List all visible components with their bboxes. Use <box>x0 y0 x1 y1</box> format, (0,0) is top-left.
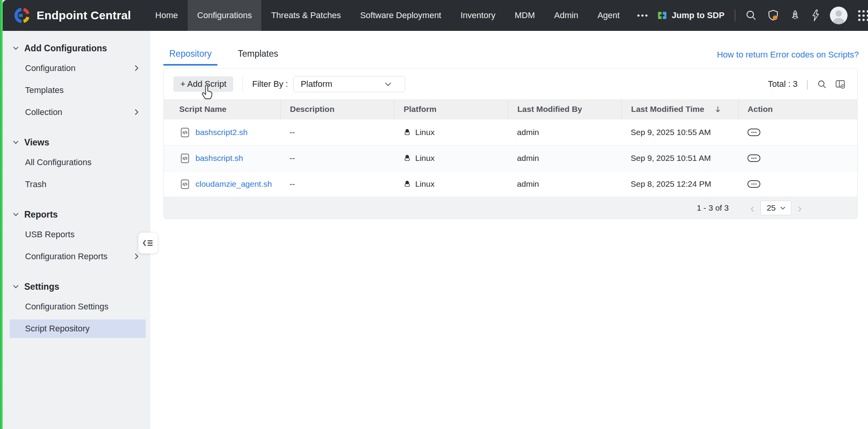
brand-logo[interactable]: Endpoint Central <box>3 7 146 24</box>
toolbar-right-divider: | <box>806 78 809 90</box>
table-row: bashscript.sh -- Linux admin Sep 9, 2025… <box>164 145 857 171</box>
nav-software-deployment[interactable]: Software Deployment <box>350 0 451 31</box>
nav-admin[interactable]: Admin <box>545 0 588 31</box>
page-size-select[interactable]: 25 <box>760 201 791 215</box>
row-actions-button[interactable] <box>747 154 760 162</box>
nav-home[interactable]: Home <box>146 0 188 31</box>
table-row: bashscript2.sh -- Linux admin Sep 9, 202… <box>164 119 857 145</box>
jump-to-sdp-icon <box>657 10 668 21</box>
endpoint-central-logo-icon <box>13 7 30 24</box>
repository-card: + Add Script Filter By : Platform Total … <box>163 68 858 219</box>
row-actions-button[interactable] <box>747 180 760 188</box>
main-content: Repository Templates How to return Error… <box>150 31 868 429</box>
shield-notification-icon[interactable] <box>767 9 780 22</box>
script-file-icon <box>179 179 190 190</box>
platform-filter-dropdown[interactable]: Platform <box>293 76 405 92</box>
chevron-right-icon <box>135 65 139 71</box>
nav-threats-patches[interactable]: Threats & Patches <box>261 0 350 31</box>
sidebar: Add Configurations Configuration Templat… <box>3 31 150 429</box>
chevron-down-icon <box>13 285 19 289</box>
jump-to-sdp-button[interactable]: Jump to SDP <box>657 10 725 21</box>
sidebar-item-configuration[interactable]: Configuration <box>3 57 150 79</box>
page-size-value: 25 <box>767 203 775 213</box>
main-nav: Home Configurations Threats & Patches So… <box>146 0 657 31</box>
description-cell: -- <box>280 171 394 197</box>
chevron-right-icon <box>135 253 139 260</box>
chevron-down-icon <box>780 206 786 210</box>
screen-edge-strip <box>0 0 3 429</box>
flash-icon[interactable] <box>811 9 820 22</box>
sidebar-item-label: Configuration <box>25 63 76 73</box>
sidebar-section-add-configurations: Add Configurations Configuration Templat… <box>3 39 150 123</box>
sidebar-header-reports[interactable]: Reports <box>3 206 150 223</box>
avatar[interactable] <box>830 7 848 24</box>
sidebar-item-usb-reports[interactable]: USB Reports <box>3 223 150 245</box>
sidebar-item-label: Configuration Reports <box>25 252 108 262</box>
pagination-prev-button[interactable]: ‹ <box>750 202 755 214</box>
script-name-link[interactable]: bashscript2.sh <box>179 127 247 138</box>
sidebar-header-add-configurations[interactable]: Add Configurations <box>3 39 150 57</box>
script-file-icon <box>179 127 190 138</box>
tab-row: Repository Templates How to return Error… <box>150 31 868 66</box>
add-script-button[interactable]: + Add Script <box>173 76 233 92</box>
filter-by-label: Filter By : <box>252 79 288 89</box>
nav-configurations[interactable]: Configurations <box>188 0 262 31</box>
column-header-last-modified-time[interactable]: Last Modified Time <box>621 99 738 119</box>
topbar-actions: Jump to SDP <box>657 7 868 24</box>
sidebar-section-title: Add Configurations <box>24 43 107 54</box>
column-header-last-modified-by[interactable]: Last Modified By <box>508 99 621 119</box>
nav-mdm[interactable]: MDM <box>505 0 545 31</box>
sidebar-item-configuration-settings[interactable]: Configuration Settings <box>3 296 150 318</box>
toolbar-divider <box>242 78 243 91</box>
sidebar-section-settings: Settings Configuration Settings Script R… <box>3 278 150 338</box>
nav-more-menu[interactable]: ••• <box>629 0 657 31</box>
sidebar-item-script-repository[interactable]: Script Repository <box>10 319 146 338</box>
card-toolbar: + Add Script Filter By : Platform Total … <box>164 68 857 99</box>
column-header-description[interactable]: Description <box>280 99 394 119</box>
sidebar-item-collection[interactable]: Collection <box>3 101 150 123</box>
pagination-next-button[interactable]: › <box>797 202 802 214</box>
sidebar-item-trash[interactable]: Trash <box>3 173 150 195</box>
sidebar-section-title: Views <box>24 137 49 148</box>
sidebar-item-label: All Configurations <box>25 157 91 167</box>
column-header-platform[interactable]: Platform <box>394 99 508 119</box>
pagination-range: 1 - 3 of 3 <box>697 203 729 213</box>
topbar: Endpoint Central Home Configurations Thr… <box>3 0 868 31</box>
sidebar-header-settings[interactable]: Settings <box>3 278 150 296</box>
script-name-link[interactable]: bashscript.sh <box>179 153 243 164</box>
last-modified-time-cell: Sep 8, 2025 12:24 PM <box>621 171 738 197</box>
script-file-icon <box>179 153 190 164</box>
tab-templates[interactable]: Templates <box>232 49 284 66</box>
last-modified-time-cell: Sep 9, 2025 10:51 AM <box>621 145 738 171</box>
nav-agent[interactable]: Agent <box>588 0 629 31</box>
linux-icon <box>403 129 411 136</box>
sidebar-section-reports: Reports USB Reports Configuration Report… <box>3 206 150 267</box>
column-header-script-name[interactable]: Script Name <box>164 99 280 119</box>
column-chooser-icon[interactable] <box>835 79 846 89</box>
row-actions-button[interactable] <box>747 128 760 136</box>
sort-desc-icon[interactable] <box>715 106 721 113</box>
table-search-icon[interactable] <box>817 79 827 89</box>
script-name-link[interactable]: cloudamzie_agent.sh <box>179 179 272 190</box>
error-codes-help-link[interactable]: How to return Error codes on Scripts? <box>717 50 859 66</box>
chevron-right-icon <box>135 109 139 115</box>
sidebar-item-label: Templates <box>25 85 64 95</box>
sidebar-item-label: Configuration Settings <box>25 302 108 312</box>
nav-inventory[interactable]: Inventory <box>451 0 505 31</box>
sidebar-item-all-configurations[interactable]: All Configurations <box>3 151 150 173</box>
sidebar-header-views[interactable]: Views <box>3 133 150 151</box>
sidebar-section-views: Views All Configurations Trash <box>3 133 150 195</box>
last-modified-by-cell: admin <box>508 145 621 171</box>
rocket-icon[interactable] <box>790 10 801 21</box>
total-count-label: Total : 3 <box>768 79 797 89</box>
description-cell: -- <box>280 145 394 171</box>
search-icon[interactable] <box>745 10 757 21</box>
apps-grid-icon[interactable] <box>858 10 868 22</box>
collapse-sidebar-button[interactable] <box>138 233 158 253</box>
sidebar-section-title: Settings <box>24 282 59 292</box>
sidebar-item-label: Script Repository <box>25 324 90 334</box>
tab-repository[interactable]: Repository <box>163 49 217 66</box>
sidebar-item-templates[interactable]: Templates <box>3 79 150 101</box>
collapse-sidebar-icon <box>142 238 154 248</box>
sidebar-item-configuration-reports[interactable]: Configuration Reports <box>3 245 150 267</box>
